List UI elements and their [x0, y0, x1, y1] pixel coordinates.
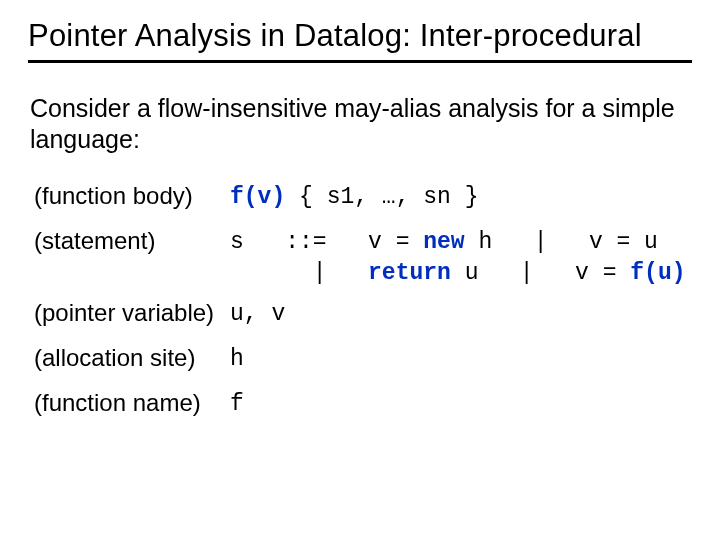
label-function-name: (function name) [34, 389, 230, 417]
kw-new: new [423, 229, 464, 255]
stmt-line1b: h | v = u [465, 229, 658, 255]
intro-text: Consider a flow-insensitive may-alias an… [30, 93, 692, 156]
label-function-body: (function body) [34, 182, 230, 210]
funcbody-rest: { s1, …, sn } [285, 184, 478, 210]
label-pointer-variable: (pointer variable) [34, 299, 230, 327]
row-pointer-variable: (pointer variable) u, v [34, 299, 692, 330]
slide: Pointer Analysis in Datalog: Inter-proce… [0, 0, 720, 540]
rhs-function-name: f [230, 389, 244, 420]
rhs-allocation-site: h [230, 344, 244, 375]
row-allocation-site: (allocation site) h [34, 344, 692, 375]
stmt-line1a: s ::= v = [230, 229, 423, 255]
rhs-statement: s ::= v = new h | v = u | return u | v =… [230, 227, 686, 289]
row-function-body: (function body) f(v) { s1, …, sn } [34, 182, 692, 213]
row-statement: (statement) s ::= v = new h | v = u | re… [34, 227, 692, 289]
label-allocation-site: (allocation site) [34, 344, 230, 372]
slide-title: Pointer Analysis in Datalog: Inter-proce… [28, 18, 692, 54]
kw-return: return [368, 260, 451, 286]
grammar-block: (function body) f(v) { s1, …, sn } (stat… [34, 182, 692, 420]
kw-fv: f(v) [230, 184, 285, 210]
title-underline [28, 60, 692, 63]
kw-fu: f(u) [630, 260, 685, 286]
stmt-line2a: | [230, 260, 368, 286]
row-function-name: (function name) f [34, 389, 692, 420]
stmt-line2b: u | v = [451, 260, 630, 286]
rhs-function-body: f(v) { s1, …, sn } [230, 182, 478, 213]
rhs-pointer-variable: u, v [230, 299, 285, 330]
label-statement: (statement) [34, 227, 230, 255]
